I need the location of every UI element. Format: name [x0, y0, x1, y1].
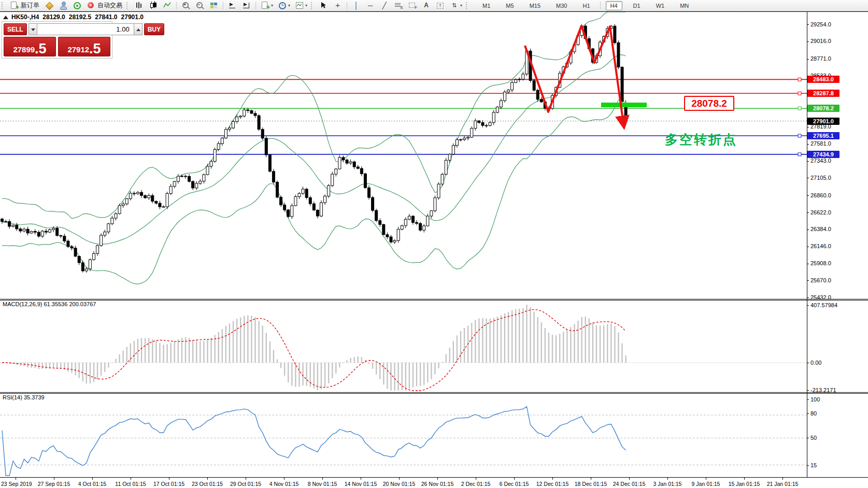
- shift-chart-button[interactable]: ▶: [225, 1, 239, 11]
- candle-body: [188, 176, 191, 181]
- timeframe-button-m30[interactable]: M30: [551, 1, 572, 10]
- macd-histogram-bar: [251, 315, 252, 363]
- candle-body: [89, 260, 91, 269]
- auto-trading-button[interactable]: 自动交易: [84, 1, 125, 11]
- timeframe-button-m1[interactable]: M1: [478, 1, 495, 10]
- tile-windows-button[interactable]: [207, 1, 221, 11]
- support-highlight-bar[interactable]: [601, 103, 647, 107]
- time-axis[interactable]: 23 Sep 201927 Sep 01:154 Oct 01:1511 Oct…: [0, 477, 868, 488]
- crosshair-button[interactable]: [331, 1, 345, 11]
- sell-button[interactable]: SELL: [4, 23, 27, 35]
- time-axis-tick: [54, 478, 54, 480]
- accounts-button[interactable]: [56, 1, 70, 11]
- timeframe-button-d1[interactable]: D1: [629, 1, 645, 10]
- drawn-annotations[interactable]: [525, 26, 647, 127]
- volume-input[interactable]: [37, 23, 134, 35]
- rsi-panel-top-border[interactable]: [0, 393, 868, 394]
- macd-histogram-bar: [244, 316, 245, 363]
- timeframe-button-m15[interactable]: M15: [525, 1, 545, 10]
- candle-body: [533, 80, 535, 90]
- text-button[interactable]: [419, 1, 433, 11]
- trend-arrow-annotation[interactable]: [525, 26, 624, 127]
- timeframe-button-w1[interactable]: W1: [651, 1, 670, 10]
- line-chart-button[interactable]: [160, 1, 174, 11]
- templates-button[interactable]: ▾: [292, 1, 309, 11]
- level-handle[interactable]: [798, 107, 801, 110]
- candle-body: [515, 80, 517, 82]
- macd-panel-bottom-border: [0, 392, 868, 393]
- signals-button[interactable]: [70, 1, 84, 11]
- macd-histogram-bar: [556, 335, 557, 363]
- toolbar-grip[interactable]: [2, 2, 5, 9]
- axis-tick-mark: [807, 399, 809, 400]
- level-handle[interactable]: [798, 92, 801, 95]
- macd-histogram-bar: [233, 321, 234, 363]
- shift-end-button[interactable]: ▶: [239, 1, 253, 11]
- collapse-trade-panel-icon[interactable]: [3, 16, 8, 19]
- macd-panel-top-border[interactable]: [0, 300, 868, 300]
- level-handle[interactable]: [798, 153, 801, 156]
- time-axis-tick: [169, 478, 169, 480]
- candle-body: [236, 117, 238, 122]
- volume-down-button[interactable]: [29, 23, 37, 35]
- indicators-button[interactable]: +▾: [258, 1, 275, 11]
- channel-button[interactable]: F: [405, 1, 419, 11]
- vertical-line-button[interactable]: [349, 1, 363, 11]
- macd-histogram-bar: [464, 328, 465, 363]
- toolbar-grip[interactable]: [466, 2, 469, 9]
- ohlc-high: 28192.5: [69, 13, 91, 21]
- candle-body: [393, 240, 396, 242]
- toolbar: + 新订单 自动交易 + − ▶ ▶ +▾ ▾ ▾ E F T: [0, 0, 868, 11]
- sell-price-box[interactable]: 27899.5: [4, 37, 56, 56]
- volume-up-button[interactable]: [134, 23, 143, 35]
- price-axis-badge: 27901.0: [807, 118, 839, 125]
- zoom-out-button[interactable]: −: [193, 1, 207, 11]
- chart-canvas[interactable]: [0, 0, 868, 488]
- candle-body: [518, 79, 521, 80]
- price-flag-annotation[interactable]: 28078.2: [684, 96, 734, 111]
- chart-top-border: [0, 11, 868, 12]
- cursor-button[interactable]: [317, 1, 331, 11]
- candle-body: [52, 228, 55, 230]
- timeframe-button-mn[interactable]: MN: [675, 1, 693, 10]
- level-handle[interactable]: [798, 134, 801, 137]
- candle-body: [67, 241, 69, 247]
- trendline-button[interactable]: [377, 1, 391, 11]
- time-axis-tick: [706, 478, 706, 480]
- label-button[interactable]: T: [433, 1, 447, 11]
- shapes-button[interactable]: ▾: [447, 1, 464, 11]
- toolbar-grip[interactable]: [311, 2, 314, 9]
- buy-price-box[interactable]: 27912.5: [58, 37, 110, 56]
- toolbar-grip[interactable]: [126, 2, 130, 9]
- fibonacci-button[interactable]: E: [391, 1, 405, 11]
- timeframe-button-m5[interactable]: M5: [501, 1, 518, 10]
- macd-histogram-bar: [533, 312, 534, 363]
- horizontal-line-button[interactable]: [363, 1, 377, 11]
- macd-histogram-bar: [515, 309, 516, 363]
- zoom-in-button[interactable]: +: [179, 1, 193, 11]
- price-axis-tick: 26384.0: [810, 226, 831, 232]
- turning-point-annotation[interactable]: 多空转折点: [665, 131, 737, 148]
- macd-histogram-bar: [222, 329, 223, 363]
- axis-tick-mark: [807, 41, 809, 42]
- new-order-button[interactable]: + 新订单: [7, 1, 42, 11]
- timeframe-button-h1[interactable]: H1: [578, 1, 594, 10]
- macd-label: MACD(12,26,9) 61.35536 200.03767: [3, 301, 96, 307]
- candle-body: [346, 160, 348, 163]
- candle-body: [445, 160, 447, 174]
- axis-tick-mark: [807, 305, 809, 306]
- periods-button[interactable]: ▾: [275, 1, 292, 11]
- bar-chart-button[interactable]: [132, 1, 146, 11]
- level-handle[interactable]: [798, 78, 801, 81]
- price-axis[interactable]: 29254.029016.028771.028533.028057.027819…: [807, 11, 868, 478]
- crosshair-icon: [333, 1, 342, 10]
- quotes-button[interactable]: [42, 1, 56, 11]
- candle-body: [136, 192, 139, 194]
- time-axis-label: 17 Oct 01:15: [153, 481, 184, 487]
- macd-histogram-bar: [346, 361, 347, 363]
- buy-button[interactable]: BUY: [144, 23, 164, 35]
- candlestick-chart-button[interactable]: [146, 1, 160, 11]
- macd-histogram-bar: [394, 363, 395, 391]
- time-axis-tick: [284, 478, 284, 480]
- timeframe-button-h4[interactable]: H4: [606, 1, 622, 10]
